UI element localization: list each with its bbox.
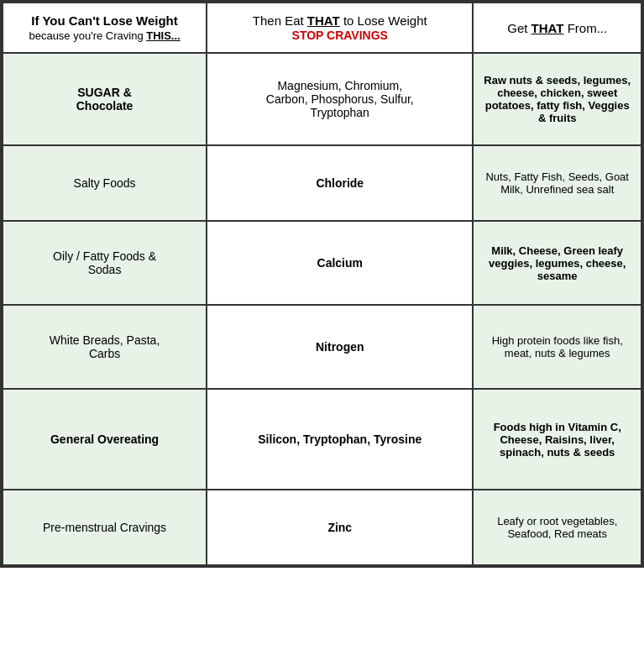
table-row: Pre-menstrual CravingsZincLeafy or root … [3,490,641,565]
source-cell: Raw nuts & seeds, legumes, cheese, chick… [473,53,641,145]
nutrient-cell: Chloride [207,145,473,221]
craving-cell: Pre-menstrual Cravings [3,490,207,565]
table-body: SUGAR &ChocolateMagnesium, Chromium,Carb… [3,53,641,565]
header-col2-that: THAT [307,13,340,28]
craving-cell: White Breads, Pasta,Carbs [3,305,207,389]
source-cell: Milk, Cheese, Green leafy veggies, legum… [473,221,641,305]
header-col2-prefix: Then Eat [253,13,307,28]
source-cell: Nuts, Fatty Fish, Seeds, Goat Milk, Unre… [473,145,641,221]
header-col2-suffix: to Lose Weight [340,13,427,28]
main-table: If You Can't Lose Weight because you're … [0,0,644,568]
craving-cell: Salty Foods [3,145,207,221]
nutrient-cell: Silicon, Tryptophan, Tyrosine [207,389,473,490]
nutrient-cell: Magnesium, Chromium,Carbon, Phosphorus, … [207,53,473,145]
table-row: SUGAR &ChocolateMagnesium, Chromium,Carb… [3,53,641,145]
header-col1-text1: If You Can't Lose Weight [31,13,177,28]
header-row: If You Can't Lose Weight because you're … [3,3,641,53]
table-row: White Breads, Pasta,CarbsNitrogenHigh pr… [3,305,641,389]
table-row: Oily / Fatty Foods &SodasCalciumMilk, Ch… [3,221,641,305]
source-cell: Leafy or root vegetables, Seafood, Red m… [473,490,641,565]
header-col2-stop-cravings: STOP CRAVINGS [292,29,388,42]
source-cell: High protein foods like fish, meat, nuts… [473,305,641,389]
header-col3: Get THAT From... [473,3,641,53]
header-col3-suffix: From... [563,21,607,35]
craving-cell: General Overeating [3,389,207,490]
header-col3-that: THAT [531,21,564,35]
nutrient-cell: Nitrogen [207,305,473,389]
table-row: Salty FoodsChlorideNuts, Fatty Fish, See… [3,145,641,221]
craving-cell: Oily / Fatty Foods &Sodas [3,221,207,305]
nutrient-cell: Calcium [207,221,473,305]
header-col1-craving-prefix: because you're Craving [29,29,146,42]
craving-cell: SUGAR &Chocolate [3,53,207,145]
source-cell: Foods high in Vitamin C, Cheese, Raisins… [473,389,641,490]
header-col1-text2: because you're Craving THIS... [29,29,180,42]
table-row: General OvereatingSilicon, Tryptophan, T… [3,389,641,490]
header-col1-this: THIS... [146,29,180,42]
header-col2: Then Eat THAT to Lose Weight STOP CRAVIN… [207,3,473,53]
header-col3-prefix: Get [507,21,531,35]
header-col1: If You Can't Lose Weight because you're … [3,3,207,53]
nutrient-cell: Zinc [207,490,473,565]
